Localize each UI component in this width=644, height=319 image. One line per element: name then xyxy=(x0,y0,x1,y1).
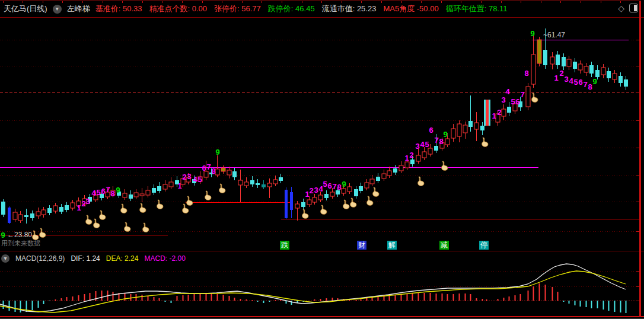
count-label: 6 xyxy=(202,164,206,173)
candle xyxy=(13,212,17,219)
count-label: 9 xyxy=(530,29,534,38)
signal-marker: 解 xyxy=(387,241,397,250)
pointing-hand-icon xyxy=(373,187,379,197)
candle xyxy=(347,187,352,192)
window-controls: ◇ xyxy=(618,4,638,12)
count-label: 6 xyxy=(515,97,519,106)
candle xyxy=(624,79,628,87)
count-label: 7 xyxy=(206,162,211,171)
candle xyxy=(169,182,173,187)
candle xyxy=(301,202,305,207)
count-label: 6 xyxy=(101,187,105,196)
field: MACD: -2.00 xyxy=(144,254,185,263)
count-label: 6 xyxy=(429,126,433,135)
candle xyxy=(578,64,582,70)
candle xyxy=(550,57,554,64)
candle xyxy=(484,100,486,126)
trading-app-window: 9123456789123456789123456789123456789123… xyxy=(0,0,644,319)
candle xyxy=(134,193,138,197)
candle xyxy=(24,215,28,217)
signal-marker-row: 跌财解减停 xyxy=(0,241,644,250)
count-label: 7 xyxy=(434,136,438,145)
count-label: 9 xyxy=(342,180,346,189)
candle xyxy=(313,197,317,202)
count-label: 8 xyxy=(524,69,528,78)
field: 张停价: 56.77 xyxy=(214,4,261,14)
pointing-hand-icon xyxy=(157,200,163,209)
signal-marker: 减 xyxy=(439,241,449,250)
candle xyxy=(285,190,288,218)
candle xyxy=(387,171,391,176)
count-label: 1 xyxy=(404,154,409,162)
count-label: 4 xyxy=(193,175,197,184)
candle xyxy=(250,180,254,184)
count-label: 2 xyxy=(497,108,501,117)
candle xyxy=(567,59,571,66)
count-label: 6 xyxy=(327,181,331,190)
count-label: 5 xyxy=(96,188,100,197)
candle xyxy=(531,55,535,84)
count-label: 7 xyxy=(520,90,524,99)
count-label: 4 xyxy=(569,76,573,85)
count-label: 5 xyxy=(573,78,578,87)
count-label: 5 xyxy=(511,97,515,106)
pointing-hand-icon xyxy=(121,204,127,213)
candle xyxy=(474,123,479,129)
pointing-hand-icon xyxy=(205,191,211,200)
count-label: 2 xyxy=(182,173,186,181)
count-label: 3 xyxy=(564,75,568,84)
count-label: 8 xyxy=(588,82,592,91)
candle xyxy=(410,160,415,164)
candle xyxy=(556,55,560,65)
count-label: 1 xyxy=(76,203,81,212)
count-label: 9 xyxy=(443,130,447,139)
candle xyxy=(221,168,225,171)
chevron-down-icon[interactable]: ▾ xyxy=(53,5,62,14)
candle xyxy=(47,208,52,213)
candle xyxy=(382,174,386,178)
pointing-hand-icon xyxy=(302,209,308,219)
chevron-down-icon[interactable]: ▾ xyxy=(1,254,9,263)
count-label: 3 xyxy=(501,95,505,104)
candle xyxy=(244,182,248,186)
count-label: 1 xyxy=(492,111,496,120)
candle xyxy=(486,100,489,126)
panel-split-icon[interactable] xyxy=(629,4,638,12)
pointing-hand-icon xyxy=(418,177,424,186)
diamond-icon[interactable]: ◇ xyxy=(618,4,624,12)
candle xyxy=(324,194,329,198)
candle xyxy=(359,186,363,191)
candle xyxy=(307,200,311,205)
pointing-hand-icon xyxy=(343,200,349,209)
candle xyxy=(595,70,600,77)
count-label: 8 xyxy=(337,183,341,192)
field: 精准点个数: 0.00 xyxy=(149,4,207,14)
price-chart[interactable]: 9123456789123456789123456789123456789123… xyxy=(0,0,644,319)
pointing-hand-icon xyxy=(100,210,106,220)
candle xyxy=(215,169,219,175)
candle xyxy=(330,192,334,196)
candle xyxy=(601,68,605,75)
count-label: 2 xyxy=(409,151,413,160)
candle xyxy=(393,168,397,173)
signal-marker: 跌 xyxy=(280,241,289,250)
candle xyxy=(480,126,484,130)
candle xyxy=(489,100,490,126)
pointing-hand-icon xyxy=(125,222,130,232)
candle xyxy=(573,62,577,69)
pointing-hand-icon xyxy=(350,198,356,208)
count-label: 7 xyxy=(106,185,110,194)
candle xyxy=(434,146,438,151)
count-label: 2 xyxy=(309,186,313,195)
candle xyxy=(140,194,144,196)
pointing-hand-icon xyxy=(367,196,373,206)
candle xyxy=(42,210,46,215)
candle xyxy=(256,183,260,185)
count-label: 9 xyxy=(116,186,120,194)
count-label: 9 xyxy=(1,231,5,240)
candle xyxy=(613,74,617,79)
candle xyxy=(365,183,369,188)
count-label: 5 xyxy=(323,180,327,189)
pointing-hand-icon xyxy=(183,204,189,213)
field: 流通市值: 25.23 xyxy=(322,4,377,14)
